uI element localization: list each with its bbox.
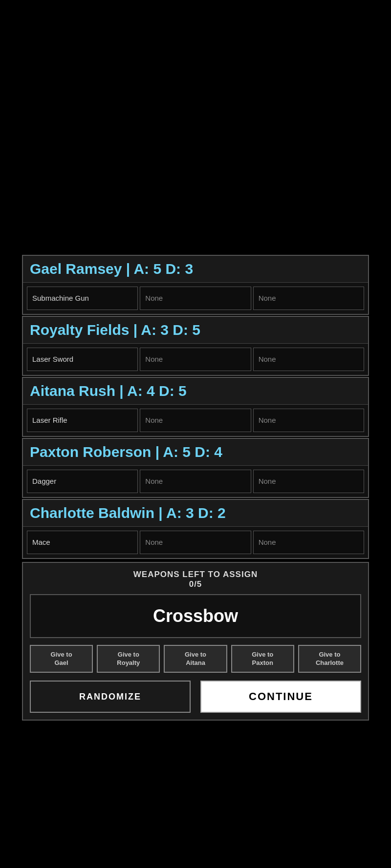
give-to-charlotte-button[interactable]: Give toCharlotte bbox=[298, 645, 361, 673]
weapon-slot-charlotte-2[interactable]: None bbox=[140, 531, 251, 554]
randomize-button[interactable]: RANDOMIZE bbox=[30, 681, 191, 713]
give-to-gael-button[interactable]: Give toGael bbox=[30, 645, 93, 673]
main-container: Gael Ramsey | A: 5 D: 3 Submachine Gun N… bbox=[22, 255, 369, 721]
weapon-slot-gael-3[interactable]: None bbox=[253, 287, 364, 310]
weapon-slots-charlotte: Mace None None bbox=[23, 527, 368, 558]
weapons-counter-label: WEAPONS LEFT TO ASSIGN bbox=[133, 570, 258, 579]
character-header-paxton: Paxton Roberson | A: 5 D: 4 bbox=[23, 439, 368, 466]
weapon-slot-royalty-2[interactable]: None bbox=[140, 348, 251, 371]
give-to-royalty-button[interactable]: Give toRoyalty bbox=[97, 645, 160, 673]
continue-button[interactable]: CONTINUE bbox=[200, 681, 361, 713]
character-card-charlotte: Charlotte Baldwin | A: 3 D: 2 Mace None … bbox=[22, 499, 369, 559]
character-card-paxton: Paxton Roberson | A: 5 D: 4 Dagger None … bbox=[22, 438, 369, 498]
give-to-paxton-button[interactable]: Give toPaxton bbox=[231, 645, 294, 673]
weapon-slots-gael: Submachine Gun None None bbox=[23, 283, 368, 314]
character-header-charlotte: Charlotte Baldwin | A: 3 D: 2 bbox=[23, 500, 368, 527]
current-weapon-display: Crossbow bbox=[30, 594, 361, 638]
character-header-royalty: Royalty Fields | A: 3 D: 5 bbox=[23, 317, 368, 344]
give-to-aitana-button[interactable]: Give toAitana bbox=[164, 645, 227, 673]
weapon-slot-aitana-3[interactable]: None bbox=[253, 409, 364, 432]
weapon-slots-aitana: Laser Rifle None None bbox=[23, 405, 368, 436]
weapon-slot-charlotte-1[interactable]: Mace bbox=[27, 531, 138, 554]
weapon-slot-paxton-2[interactable]: None bbox=[140, 470, 251, 493]
weapon-slot-charlotte-3[interactable]: None bbox=[253, 531, 364, 554]
weapon-slot-aitana-1[interactable]: Laser Rifle bbox=[27, 409, 138, 432]
weapon-slot-paxton-1[interactable]: Dagger bbox=[27, 470, 138, 493]
weapon-slot-paxton-3[interactable]: None bbox=[253, 470, 364, 493]
weapon-slot-royalty-1[interactable]: Laser Sword bbox=[27, 348, 138, 371]
character-card-royalty: Royalty Fields | A: 3 D: 5 Laser Sword N… bbox=[22, 316, 369, 376]
weapon-slot-gael-1[interactable]: Submachine Gun bbox=[27, 287, 138, 310]
weapon-slot-aitana-2[interactable]: None bbox=[140, 409, 251, 432]
weapon-slot-royalty-3[interactable]: None bbox=[253, 348, 364, 371]
character-header-aitana: Aitana Rush | A: 4 D: 5 bbox=[23, 378, 368, 405]
character-header-gael: Gael Ramsey | A: 5 D: 3 bbox=[23, 256, 368, 283]
bottom-section: WEAPONS LEFT TO ASSIGN 0/5 Crossbow Give… bbox=[22, 562, 369, 721]
give-buttons-row: Give toGael Give toRoyalty Give toAitana… bbox=[30, 645, 361, 673]
character-card-aitana: Aitana Rush | A: 4 D: 5 Laser Rifle None… bbox=[22, 377, 369, 437]
weapon-slots-royalty: Laser Sword None None bbox=[23, 344, 368, 375]
weapons-count: 0/5 bbox=[133, 579, 258, 589]
weapon-slots-paxton: Dagger None None bbox=[23, 466, 368, 497]
weapon-slot-gael-2[interactable]: None bbox=[140, 287, 251, 310]
weapons-counter: WEAPONS LEFT TO ASSIGN 0/5 bbox=[133, 570, 258, 589]
character-card-gael: Gael Ramsey | A: 5 D: 3 Submachine Gun N… bbox=[22, 255, 369, 315]
action-buttons-row: RANDOMIZE CONTINUE bbox=[30, 681, 361, 713]
